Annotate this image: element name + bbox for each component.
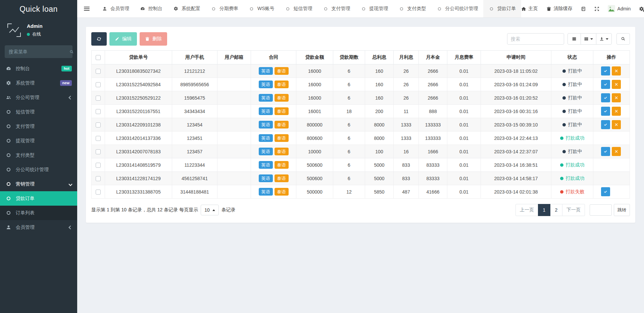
nav-tab[interactable]: 分公司统计管理 (431, 0, 483, 17)
approve-button[interactable] (601, 187, 610, 196)
pagination-page[interactable]: 2 (550, 204, 562, 216)
nav-tab[interactable]: WS账号 (243, 0, 280, 17)
nav-tab[interactable]: 短信管理 (280, 0, 317, 17)
column-header[interactable]: 月本金 (419, 51, 447, 64)
contract-badge-english[interactable]: 英语 (259, 121, 273, 128)
sidebar-item[interactable]: 支付管理 (0, 119, 77, 134)
nav-tab[interactable]: 支付管理 (317, 0, 355, 17)
column-header[interactable]: 月利息 (394, 51, 419, 64)
contract-badge-thai[interactable]: 泰语 (275, 188, 289, 196)
contract-badge-thai[interactable]: 泰语 (275, 161, 289, 169)
contract-badge-english[interactable]: 英语 (259, 148, 273, 155)
approve-button[interactable] (601, 66, 610, 75)
column-header[interactable]: 用户邮箱 (217, 51, 251, 64)
column-header[interactable]: 状态 (551, 51, 593, 64)
refresh-button[interactable] (91, 32, 107, 46)
column-header[interactable]: 操作 (593, 51, 630, 64)
export-dropdown-button[interactable] (596, 33, 612, 45)
select-all-checkbox[interactable] (96, 55, 101, 60)
sidebar-item[interactable]: 系统管理 new (0, 76, 77, 90)
reject-button[interactable] (612, 80, 621, 89)
page-jump-input[interactable] (590, 204, 612, 216)
fullscreen-button[interactable] (594, 6, 599, 11)
contract-badge-english[interactable]: 英语 (259, 161, 273, 169)
contract-badge-thai[interactable]: 泰语 (275, 148, 289, 155)
contract-badge-english[interactable]: 英语 (259, 174, 273, 182)
column-header[interactable]: 贷款单号 (105, 51, 172, 64)
select-all-header[interactable] (92, 51, 105, 64)
row-checkbox[interactable] (96, 163, 101, 168)
nav-tab[interactable]: 分期费率 (205, 0, 243, 17)
row-checkbox[interactable] (96, 109, 101, 114)
nav-tab[interactable]: 控制台 (134, 0, 167, 17)
contract-badge-thai[interactable]: 泰语 (275, 94, 289, 102)
nav-tab[interactable]: 会员管理 (96, 0, 134, 17)
row-checkbox[interactable] (96, 96, 101, 101)
row-checkbox[interactable] (96, 190, 101, 195)
advanced-search-button[interactable] (616, 33, 630, 45)
sidebar-item[interactable]: 控制台 hot (0, 61, 77, 76)
contract-badge-english[interactable]: 英语 (259, 134, 273, 142)
reject-button[interactable] (612, 93, 621, 102)
sidebar-search-input[interactable] (9, 49, 69, 54)
sidebar-item[interactable]: 会员管理 (0, 220, 77, 234)
contract-badge-thai[interactable]: 泰语 (275, 174, 289, 182)
contract-badge-english[interactable]: 英语 (259, 94, 273, 102)
reject-button[interactable] (612, 147, 621, 156)
row-checkbox[interactable] (96, 149, 101, 154)
reject-button[interactable] (612, 66, 621, 75)
approve-button[interactable] (601, 93, 610, 102)
row-checkbox[interactable] (96, 136, 101, 141)
home-link[interactable]: 主页 (521, 6, 538, 12)
contract-badge-thai[interactable]: 泰语 (275, 67, 289, 75)
contract-badge-english[interactable]: 英语 (259, 188, 273, 196)
row-checkbox[interactable] (96, 176, 101, 181)
sidebar-item[interactable]: 分公司统计管理 (0, 162, 77, 177)
search-icon[interactable] (69, 50, 74, 54)
sidebar-item[interactable]: 提现管理 (0, 134, 77, 148)
approve-button[interactable] (601, 147, 610, 156)
contract-badge-thai[interactable]: 泰语 (275, 134, 289, 142)
page-size-dropdown[interactable]: 10 (201, 205, 219, 215)
contract-badge-thai[interactable]: 泰语 (275, 107, 289, 115)
column-header[interactable]: 月息费率 (447, 51, 481, 64)
docs-button[interactable] (581, 6, 586, 11)
column-header[interactable]: 贷款期数 (333, 51, 365, 64)
columns-dropdown-button[interactable] (581, 33, 596, 45)
sidebar-item[interactable]: 营销管理 (0, 177, 77, 191)
row-checkbox[interactable] (96, 69, 101, 74)
admin-account[interactable]: Admin (608, 5, 631, 12)
settings-button[interactable] (639, 6, 644, 11)
edit-button[interactable]: 编辑 (109, 32, 137, 46)
contract-badge-english[interactable]: 英语 (259, 81, 273, 88)
column-header[interactable]: 合同 (251, 51, 296, 64)
pagination-next[interactable]: 下一页 (562, 204, 585, 216)
toggle-view-button[interactable] (567, 33, 581, 45)
approve-button[interactable] (601, 107, 610, 116)
reject-button[interactable] (612, 107, 621, 116)
contract-badge-thai[interactable]: 泰语 (275, 121, 289, 128)
contract-badge-thai[interactable]: 泰语 (275, 81, 289, 88)
row-checkbox[interactable] (96, 82, 101, 87)
nav-tab[interactable]: 贷款订单 (483, 0, 521, 17)
approve-button[interactable] (601, 80, 610, 89)
page-jump-button[interactable]: 跳转 (614, 204, 630, 216)
column-header[interactable]: 贷款金额 (296, 51, 333, 64)
clear-cache-link[interactable]: 清除缓存 (546, 6, 573, 12)
sidebar-item[interactable]: 短信管理 (0, 105, 77, 119)
contract-badge-english[interactable]: 英语 (259, 67, 273, 75)
column-header[interactable]: 申请时间 (481, 51, 551, 64)
table-search-input[interactable] (507, 33, 564, 45)
sidebar-item[interactable]: 订单列表 (0, 206, 77, 220)
approve-button[interactable] (601, 120, 610, 129)
nav-tab[interactable]: 支付类型 (393, 0, 431, 17)
pagination-prev[interactable]: 上一页 (515, 204, 538, 216)
nav-tab[interactable]: 系统配置 (167, 0, 205, 17)
delete-button[interactable]: 删除 (140, 32, 167, 46)
sidebar-item[interactable]: 贷款订单 (0, 191, 77, 206)
column-header[interactable]: 用户手机 (172, 51, 217, 64)
nav-tab[interactable]: 提现管理 (355, 0, 393, 17)
hamburger-menu-icon[interactable] (77, 0, 96, 17)
row-checkbox[interactable] (96, 122, 101, 127)
contract-badge-english[interactable]: 英语 (259, 107, 273, 115)
